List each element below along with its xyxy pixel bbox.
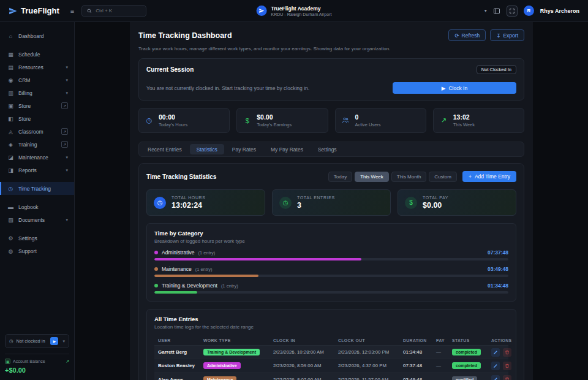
tab-my-pay-rates[interactable]: My Pay Rates (264, 144, 310, 154)
account-balance: ▦ Account Balance ↗ +$0.00 (5, 354, 69, 374)
category-count: (1 entry) (198, 250, 215, 256)
sidebar-item-label: Settings (18, 235, 37, 241)
sidebar-item-settings[interactable]: ⚙ Settings (0, 232, 74, 245)
edit-icon[interactable] (491, 362, 500, 370)
cell-clock-out: 2/23/2026, 12:03:00 PM (338, 349, 403, 355)
edit-icon[interactable] (491, 375, 500, 380)
category-title: Time by Category (154, 230, 508, 237)
category-time: 07:37:48 (488, 249, 508, 256)
avatar[interactable]: R (524, 6, 534, 16)
range-today-button[interactable]: Today (328, 172, 352, 182)
menu-icon[interactable]: ≡ (70, 7, 74, 15)
kpi-value: 00:00 (159, 113, 187, 121)
sidebar-item-maintenance[interactable]: ◪ Maintenance ▾ (0, 151, 74, 164)
external-link-icon: ↗ (61, 141, 68, 148)
range-custom-button[interactable]: Custom (429, 172, 457, 182)
cell-duration: 03:49:48 (403, 377, 436, 380)
col-clock-in: CLOCK IN (273, 338, 338, 343)
refresh-button[interactable]: ⟳ Refresh (448, 29, 486, 41)
cell-user: Boston Beasley (158, 363, 203, 368)
search-box[interactable] (81, 5, 146, 17)
logo[interactable]: TrueFlight (9, 6, 59, 15)
sidebar-item-support[interactable]: ◍ Support (0, 245, 74, 257)
fullscreen-icon[interactable] (507, 6, 518, 17)
sidebar-item-documents[interactable]: ▧ Documents ▾ (0, 213, 74, 226)
chevron-down-icon[interactable]: ▾ (62, 339, 65, 344)
sidebar-item-crm[interactable]: ◉ CRM ▾ (0, 74, 74, 86)
col-clock-out: CLOCK OUT (338, 338, 403, 343)
clock-in-button[interactable]: ▶ Clock In (393, 82, 516, 94)
add-time-entry-button[interactable]: + Add Time Entry (462, 171, 516, 182)
clock-icon: ◷ (145, 116, 153, 124)
trash-icon[interactable] (503, 348, 511, 357)
time-by-category-card: Time by Category Breakdown of logged hou… (146, 223, 516, 302)
sidebar-item-label: Reports (18, 167, 37, 173)
trash-icon[interactable] (503, 375, 511, 380)
sidebar-item-reports[interactable]: ◨ Reports ▾ (0, 164, 74, 177)
table-header: USER WORK TYPE CLOCK IN CLOCK OUT DURATI… (154, 335, 508, 346)
tab-bar: Recent Entries Statistics Pay Rates My P… (138, 142, 524, 157)
org-subtitle: KRDU - Raleigh Durham Airport (271, 12, 332, 17)
tab-recent-entries[interactable]: Recent Entries (141, 144, 189, 154)
table-row: Alan Amos Maintenance 2/23/2026, 8:07:00… (154, 373, 508, 380)
sidebar-item-time-tracking[interactable]: ◷ Time Tracking (0, 182, 74, 195)
progress-track (154, 258, 508, 260)
search-input[interactable] (96, 8, 138, 13)
trash-icon[interactable] (503, 362, 511, 370)
table-row: Boston Beasley Administrative 2/23/2026,… (154, 359, 508, 373)
edit-icon[interactable] (491, 348, 500, 357)
work-type-badge: Administrative (203, 362, 241, 369)
tab-pay-rates[interactable]: Pay Rates (225, 144, 263, 154)
play-icon[interactable]: ▶ (50, 337, 58, 345)
clock-icon: ◷ (7, 186, 14, 192)
progress-track (154, 291, 508, 294)
sidebar-item-label: Documents (18, 217, 45, 223)
clock-icon: ◷ (279, 197, 292, 209)
add-time-entry-label: Add Time Entry (475, 173, 510, 180)
clock-status-text: Not clocked in (17, 338, 45, 344)
sidebar-gap (0, 177, 74, 182)
tab-settings[interactable]: Settings (311, 144, 344, 154)
export-button[interactable]: ↧ Export (490, 29, 524, 41)
wallet-icon: ▦ (5, 359, 10, 364)
sidebar-item-dashboard[interactable]: ⌂ Dashboard (0, 29, 74, 42)
sidebar-item-store[interactable]: ▣ Store ↗ (0, 99, 74, 112)
kpi-value: 13:02 (453, 113, 475, 121)
range-this-month-button[interactable]: This Month (391, 172, 427, 182)
cell-duration: 07:37:48 (403, 363, 436, 368)
sidebar-item-resources[interactable]: ▤ Resources ▾ (0, 61, 74, 74)
clock-in-label: Clock In (448, 85, 467, 91)
dollar-icon: $ (405, 197, 417, 209)
clock-status-widget[interactable]: ◷ Not clocked in ▶ ▾ (5, 334, 69, 348)
crm-icon: ◉ (7, 77, 14, 83)
user-name[interactable]: Rhys Archeron (540, 8, 579, 14)
kpi-active-users: 0 Active Users (335, 108, 426, 133)
external-link-icon: ↗ (61, 102, 68, 109)
sidebar-item-label: Support (18, 248, 37, 254)
sidebar-item-training[interactable]: ◈ Training ↗ (0, 138, 74, 151)
current-session-card: Current Session Not Clocked In You are n… (138, 58, 524, 101)
statistics-title: Time Tracking Statistics (146, 173, 216, 180)
range-this-week-button[interactable]: This Week (355, 172, 389, 182)
total-label: TOTAL PAY (423, 196, 448, 200)
content-column: Time Tracking Dashboard ⟳ Refresh ↧ Expo… (130, 22, 533, 380)
layout: ⌂ Dashboard ▦ Schedule ▤ Resources ▾ ◉ C… (0, 22, 588, 380)
sidebar-item-label: Resources (18, 64, 43, 70)
balance-value: +$0.00 (5, 367, 69, 374)
documents-icon: ▧ (7, 217, 14, 223)
org-switcher[interactable]: TrueFlight Academy KRDU - Raleigh Durham… (257, 6, 332, 17)
chevron-down-icon: ▾ (66, 168, 68, 173)
panel-toggle-icon[interactable] (493, 7, 500, 15)
sidebar-item-store-2[interactable]: ◧ Store (0, 112, 74, 125)
tab-statistics[interactable]: Statistics (190, 144, 224, 154)
sidebar-item-schedule[interactable]: ▦ Schedule (0, 48, 74, 61)
chevron-down-icon: ▾ (66, 65, 68, 70)
kpi-value: $0.00 (257, 113, 292, 121)
sidebar-item-classroom[interactable]: ◬ Classroom ↗ (0, 125, 74, 138)
clock-icon: ◷ (9, 338, 13, 344)
sidebar-item-logbook[interactable]: ▬ Logbook (0, 200, 74, 213)
sidebar-item-billing[interactable]: ▥ Billing ▾ (0, 86, 74, 99)
download-icon: ↧ (496, 32, 500, 39)
total-value: $0.00 (423, 201, 448, 210)
chevron-down-icon[interactable]: ▾ (484, 8, 487, 13)
